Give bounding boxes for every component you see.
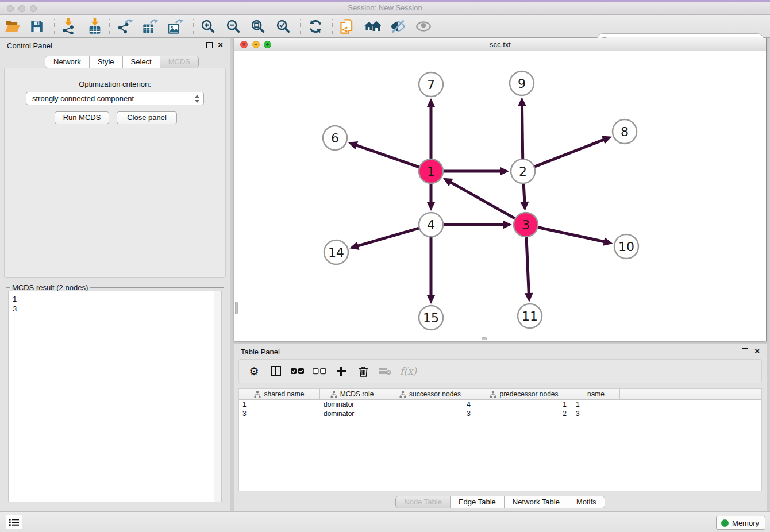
tab-mcds[interactable]: MCDS bbox=[160, 56, 198, 68]
zoom-out-icon[interactable] bbox=[224, 18, 242, 35]
column-label: MCDS role bbox=[340, 390, 374, 398]
select-stepper-icon bbox=[194, 94, 200, 107]
cell-successor-nodes[interactable]: 4 bbox=[384, 400, 476, 409]
hide-graphics-details-icon[interactable] bbox=[388, 18, 407, 35]
mcds-tab-content: Optimization criterion: strongly connect… bbox=[4, 68, 226, 278]
column-label: shared name bbox=[264, 390, 304, 398]
cell-shared-name[interactable]: 3 bbox=[239, 409, 320, 418]
control-panel-float-icon[interactable] bbox=[206, 42, 213, 48]
function-builder-icon[interactable]: f(x) bbox=[400, 363, 417, 379]
add-column-icon[interactable] bbox=[334, 363, 348, 379]
save-session-icon[interactable] bbox=[28, 18, 46, 35]
network-view-window: × − + scc.txt 1234678910111415 bbox=[234, 38, 767, 341]
column-header-successor-nodes[interactable]: successor nodes bbox=[384, 389, 476, 399]
column-header-MCDS-role[interactable]: MCDS role bbox=[320, 389, 384, 399]
cell-name[interactable]: 3 bbox=[572, 409, 620, 418]
tab-network[interactable]: Network bbox=[45, 56, 90, 68]
node-label-6: 6 bbox=[331, 131, 339, 145]
export-image-icon[interactable] bbox=[166, 18, 184, 35]
mcds-result-text[interactable]: 13 bbox=[8, 291, 222, 502]
table-panel-float-icon[interactable] bbox=[742, 348, 748, 354]
tab-select[interactable]: Select bbox=[123, 56, 160, 68]
table-tab-edge-table[interactable]: Edge Table bbox=[451, 496, 505, 508]
node-table[interactable]: shared nameMCDS rolesuccessor nodesprede… bbox=[238, 388, 762, 491]
zoom-in-icon[interactable] bbox=[199, 18, 217, 35]
network-canvas[interactable]: 1234678910111415 bbox=[234, 51, 766, 341]
node-label-11: 11 bbox=[522, 309, 538, 323]
table-tab-network-table[interactable]: Network Table bbox=[505, 496, 568, 508]
home-icon[interactable] bbox=[363, 18, 382, 35]
arrowhead-3-10 bbox=[603, 237, 613, 246]
edge-3-1[interactable] bbox=[450, 182, 515, 219]
table-panel-tabs: Node TableEdge TableNetwork TableMotifs bbox=[395, 496, 605, 508]
column-label: name bbox=[587, 390, 605, 398]
column-header-name[interactable]: name bbox=[572, 389, 620, 399]
network-graph[interactable]: 1234678910111415 bbox=[234, 51, 766, 341]
arrowhead-4-14 bbox=[349, 242, 359, 250]
column-header-predecessor-nodes[interactable]: predecessor nodes bbox=[476, 389, 572, 399]
open-session-icon[interactable] bbox=[3, 18, 22, 35]
column-header-shared-name[interactable]: shared name bbox=[239, 389, 320, 399]
refresh-icon[interactable] bbox=[306, 18, 325, 35]
table-panel: Table Panel × ⚙ f(x) shared nameMCDS rol… bbox=[234, 344, 767, 511]
import-table-icon[interactable] bbox=[86, 18, 104, 35]
cell-predecessor-nodes[interactable]: 2 bbox=[476, 409, 572, 418]
optimization-criterion-select[interactable]: strongly connected component bbox=[26, 92, 204, 105]
cell-name[interactable]: 1 bbox=[572, 400, 620, 409]
task-history-button[interactable] bbox=[6, 515, 22, 529]
table-tab-motifs[interactable]: Motifs bbox=[568, 496, 605, 508]
zoom-selected-icon[interactable] bbox=[274, 18, 292, 35]
show-graphics-details-icon[interactable] bbox=[414, 18, 433, 35]
table-options-icon[interactable]: ⚙ bbox=[247, 363, 261, 379]
delete-table-icon[interactable] bbox=[378, 363, 392, 379]
edge-3-10[interactable] bbox=[538, 227, 605, 241]
select-all-columns-icon[interactable] bbox=[291, 363, 305, 379]
control-panel-close-icon[interactable]: × bbox=[218, 40, 223, 50]
zoom-fit-icon[interactable] bbox=[249, 18, 267, 35]
close-panel-button[interactable]: Close panel bbox=[117, 111, 177, 124]
edge-2-9[interactable] bbox=[522, 105, 522, 159]
hierarchy-icon bbox=[490, 391, 496, 398]
mcds-result-scrollbar[interactable] bbox=[214, 291, 221, 502]
run-mcds-button[interactable]: Run MCDS bbox=[55, 111, 109, 124]
control-panel-tabs: NetworkStyleSelectMCDS bbox=[45, 56, 199, 68]
mcds-result-group: MCDS result (2 nodes) 13 bbox=[6, 287, 224, 504]
cell-MCDS-role[interactable]: dominator bbox=[320, 409, 384, 418]
node-label-10: 10 bbox=[618, 240, 634, 254]
table-panel-close-icon[interactable]: × bbox=[754, 346, 760, 356]
arrowhead-1-2 bbox=[500, 167, 509, 176]
edge-2-3[interactable] bbox=[523, 183, 525, 203]
table-toolbar: ⚙ f(x) bbox=[238, 359, 762, 383]
unselect-all-columns-icon[interactable] bbox=[313, 363, 326, 379]
cell-shared-name[interactable]: 1 bbox=[239, 400, 320, 409]
network-window-titlebar[interactable]: × − + scc.txt bbox=[234, 38, 766, 51]
table-row[interactable]: 3dominator323 bbox=[239, 409, 761, 418]
control-panel: Control Panel × NetworkStyleSelectMCDS O… bbox=[0, 38, 230, 511]
optimization-criterion-label: Optimization criterion: bbox=[5, 80, 225, 88]
tab-style[interactable]: Style bbox=[90, 56, 123, 68]
canvas-hscroll-thumb[interactable] bbox=[482, 337, 487, 340]
edge-3-11[interactable] bbox=[526, 237, 529, 294]
memory-button[interactable]: Memory bbox=[716, 516, 765, 530]
table-tab-node-table[interactable]: Node Table bbox=[396, 496, 451, 508]
show-column-icon[interactable] bbox=[269, 363, 283, 379]
edge-2-8[interactable] bbox=[534, 140, 605, 167]
edge-1-6[interactable] bbox=[356, 145, 419, 167]
cell-predecessor-nodes[interactable]: 1 bbox=[476, 400, 572, 409]
delete-column-icon[interactable] bbox=[356, 363, 370, 379]
arrowhead-2-9 bbox=[518, 97, 526, 106]
canvas-vscroll-thumb[interactable] bbox=[235, 302, 238, 314]
desktop-edge bbox=[0, 0, 770, 2]
cell-MCDS-role[interactable]: dominator bbox=[320, 400, 384, 409]
node-table-body: 1dominator4113dominator323 bbox=[239, 400, 761, 418]
node-label-4: 4 bbox=[427, 218, 435, 232]
export-network-icon[interactable] bbox=[116, 18, 134, 35]
edge-4-14[interactable] bbox=[357, 228, 419, 246]
table-row[interactable]: 1dominator411 bbox=[239, 400, 761, 409]
arrowhead-4-15 bbox=[427, 295, 436, 304]
export-table-icon[interactable] bbox=[141, 18, 159, 35]
node-label-14: 14 bbox=[328, 245, 344, 260]
cell-successor-nodes[interactable]: 3 bbox=[384, 409, 476, 418]
import-network-icon[interactable] bbox=[59, 18, 78, 35]
copy-network-icon[interactable] bbox=[338, 18, 356, 35]
